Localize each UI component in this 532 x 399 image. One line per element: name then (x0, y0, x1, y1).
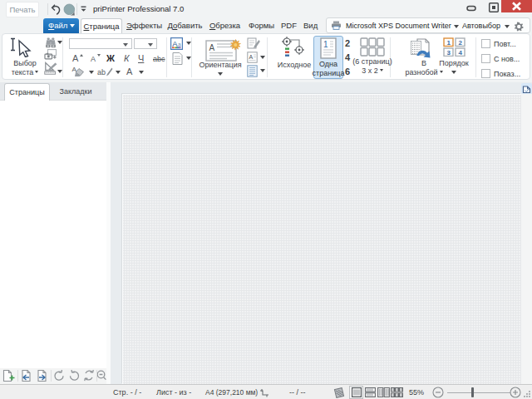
svg-text:4: 4 (459, 49, 463, 57)
svg-text:1: 1 (447, 39, 451, 47)
svg-text:a: a (178, 42, 181, 47)
svg-text:1: 1 (323, 40, 328, 49)
svg-text:2: 2 (459, 39, 463, 47)
svg-text:A: A (249, 54, 254, 60)
svg-text:A: A (209, 43, 215, 52)
svg-text:3: 3 (447, 49, 451, 57)
